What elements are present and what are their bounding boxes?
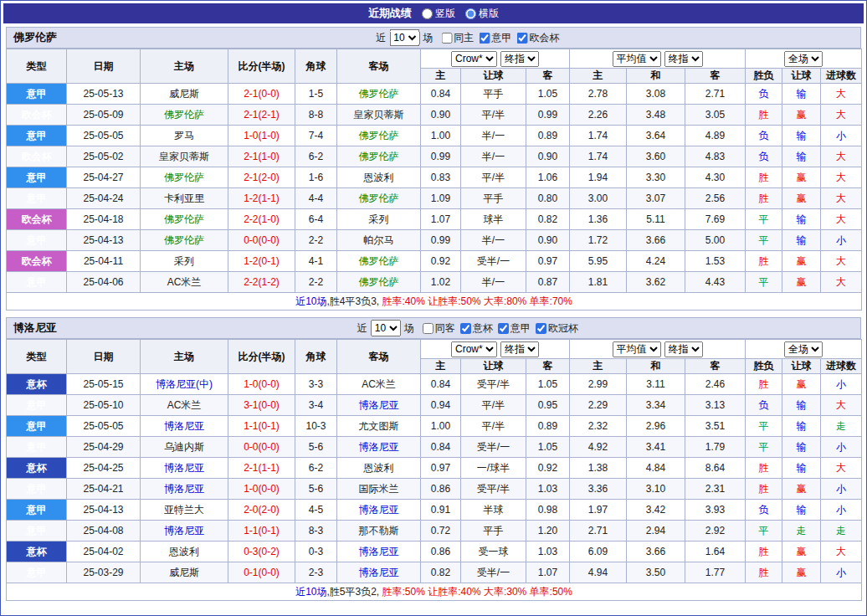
vertical-radio-input[interactable]: [422, 8, 433, 19]
result-outcome: 平: [746, 437, 782, 458]
league-filter-checkbox-label: 同客: [435, 321, 455, 336]
average-select[interactable]: 平均值: [613, 51, 661, 67]
scope-select[interactable]: 全场: [784, 341, 823, 357]
handicap-line: 受平/半: [461, 374, 526, 395]
league-filter-checkbox[interactable]: 同客: [418, 321, 455, 336]
avg-draw-odds: 3.34: [627, 395, 685, 416]
league-filter-checkbox[interactable]: 欧会杯: [511, 31, 559, 45]
result-outcome: 负: [746, 500, 782, 521]
league-filter-checkbox-input[interactable]: [516, 33, 527, 44]
average-select[interactable]: 平均值: [613, 341, 661, 357]
result-outcome: 胜: [746, 105, 782, 126]
match-score: 2-1(1-0): [228, 146, 295, 167]
handicap-home-odds: 0.91: [421, 500, 461, 521]
avg-draw-odds: 2.94: [627, 521, 685, 542]
match-count-select[interactable]: 10: [371, 320, 401, 336]
avg-home-odds: 3.00: [570, 188, 627, 209]
league-filter-checkbox-input[interactable]: [423, 323, 434, 334]
avg-home-odds: 1.94: [570, 167, 627, 188]
match-score: 3-1(0-0): [228, 395, 295, 416]
result-goals: 大: [821, 395, 862, 416]
handicap-home-odds: 0.86: [421, 479, 461, 500]
league-filter-checkbox-input[interactable]: [498, 323, 509, 334]
league-filter-checkbox[interactable]: 同主: [436, 31, 474, 45]
handicap-away-odds: 0.80: [526, 188, 570, 209]
horizontal-radio-input[interactable]: [465, 8, 476, 19]
away-team: 佛罗伦萨: [337, 251, 421, 272]
match-date: 25-05-05: [67, 416, 141, 437]
final-index-select[interactable]: 终指: [500, 341, 539, 357]
result-handicap: 赢: [782, 105, 821, 126]
match-date: 25-04-11: [67, 251, 141, 272]
col-header-corner: 角球: [295, 340, 337, 374]
final-index-select[interactable]: 终指: [664, 51, 703, 67]
league-filter-checkbox[interactable]: 意杯: [455, 321, 493, 336]
match-row: 欧会杯25-05-02皇家贝蒂斯2-1(1-0)6-2佛罗伦萨0.99半/一0.…: [7, 146, 862, 167]
avg-draw-odds: 3.11: [627, 374, 685, 395]
result-handicap: 输: [782, 146, 821, 167]
avg-draw-odds: 3.62: [627, 272, 685, 293]
league-badge: 意甲: [7, 395, 67, 416]
result-handicap: 输: [782, 416, 821, 437]
handicap-away-odds: 0.89: [526, 126, 570, 146]
home-team: 佛罗伦萨: [141, 167, 228, 188]
away-team: 博洛尼亚: [337, 562, 421, 583]
home-team: 博洛尼亚: [141, 416, 228, 437]
match-count-select[interactable]: 10: [389, 29, 419, 46]
result-goals: 大: [821, 167, 862, 188]
avg-away-odds: 2.56: [685, 188, 746, 209]
match-score: 1-2(0-1): [228, 251, 295, 272]
avg-away-odds: 3.51: [685, 416, 746, 437]
match-row: 意甲25-05-10AC米兰3-1(0-0)3-4博洛尼亚0.94平/半0.95…: [7, 395, 862, 416]
section-fiorentina: 佛罗伦萨 近 10 场 同主意甲欧会杯 类型 日期 主场 比分(半场): [6, 27, 861, 311]
home-team: 罗马: [141, 126, 228, 146]
final-index-select[interactable]: 终指: [500, 51, 539, 67]
avg-away-odds: 2.31: [685, 479, 746, 500]
avg-home-odds: 1.74: [570, 146, 627, 167]
match-date: 25-05-10: [67, 395, 141, 416]
avg-odds-header: 平均值终指: [570, 49, 746, 69]
result-outcome: 平: [746, 272, 782, 293]
page-title: 近期战绩: [368, 6, 412, 21]
handicap-away-odds: 0.87: [526, 272, 570, 293]
handicap-line: 平手: [461, 84, 526, 105]
home-team: 佛罗伦萨: [141, 230, 228, 251]
final-index-select[interactable]: 终指: [664, 341, 703, 357]
result-outcome: 负: [746, 126, 782, 146]
result-outcome: 平: [746, 416, 782, 437]
league-badge: 意甲: [7, 479, 67, 500]
match-score: 0-1(0-0): [228, 562, 295, 583]
sub-header-result: 胜负: [746, 359, 782, 374]
handicap-line: 半/一: [461, 230, 526, 251]
sub-header-draw: 和: [627, 69, 685, 84]
handicap-away-odds: 0.98: [526, 500, 570, 521]
record-summary: 近10场,胜5平3负2, 胜率:50% 让胜率:40% 大率:30% 单率:50…: [7, 583, 862, 601]
handicap-line: 受平/半: [461, 479, 526, 500]
corner-count: 4-5: [295, 500, 337, 521]
match-date: 25-04-27: [67, 167, 141, 188]
handicap-line: 球半: [461, 209, 526, 230]
avg-draw-odds: 3.10: [627, 479, 685, 500]
league-filter-checkbox[interactable]: 意甲: [474, 31, 511, 45]
match-score: 0-0(0-0): [228, 230, 295, 251]
league-badge: 意甲: [7, 126, 67, 146]
bookmaker-select[interactable]: Crow*: [451, 51, 497, 67]
result-outcome: 负: [746, 84, 782, 105]
league-filter-checkbox-input[interactable]: [536, 323, 546, 334]
sub-header-home-odds: 主: [421, 69, 461, 84]
corner-count: 0-3: [295, 542, 337, 562]
league-filter-checkbox[interactable]: 欧冠杯: [531, 321, 578, 336]
bookmaker-select[interactable]: Crow*: [451, 341, 497, 357]
league-filter-checkbox[interactable]: 意甲: [493, 321, 531, 336]
league-filter-checkbox-input[interactable]: [460, 323, 471, 334]
handicap-home-odds: 1.00: [421, 416, 461, 437]
league-filter-checkbox-input[interactable]: [479, 33, 490, 44]
scope-select[interactable]: 全场: [784, 51, 823, 67]
layout-radio-vertical[interactable]: 竖版: [422, 7, 455, 21]
col-header-score: 比分(半场): [228, 49, 295, 84]
league-filter-checkbox-input[interactable]: [441, 33, 452, 44]
avg-home-odds: 2.32: [570, 416, 627, 437]
away-team: 博洛尼亚: [337, 542, 421, 562]
match-row: 意甲25-04-21博洛尼亚1-0(0-0)5-6国际米兰0.86受平/半1.0…: [7, 479, 862, 500]
layout-radio-horizontal[interactable]: 横版: [465, 7, 499, 21]
